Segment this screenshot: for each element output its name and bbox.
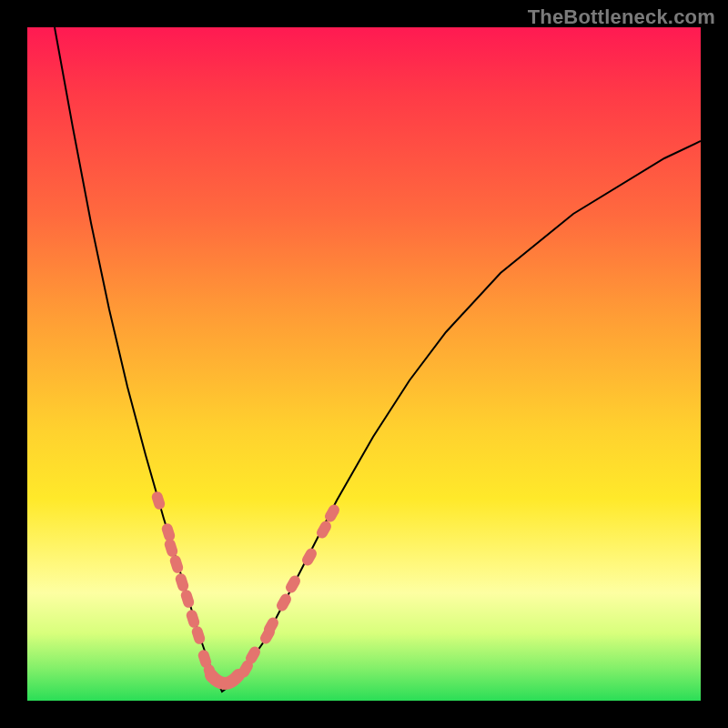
data-marker [275, 592, 293, 612]
data-marker [150, 490, 167, 511]
data-marker [284, 573, 302, 594]
markers-left [150, 490, 218, 684]
plot-area [27, 27, 701, 701]
watermark-text: TheBottleneck.com [528, 5, 715, 29]
chart-svg [27, 27, 701, 701]
markers-right [237, 502, 341, 679]
data-marker [179, 589, 196, 610]
data-marker [163, 538, 179, 559]
curve-line [55, 27, 701, 692]
data-marker [168, 554, 185, 575]
chart-frame: TheBottleneck.com [0, 0, 728, 728]
data-marker [300, 546, 318, 567]
data-marker [185, 609, 201, 630]
data-marker [174, 572, 190, 593]
data-marker [190, 625, 207, 646]
